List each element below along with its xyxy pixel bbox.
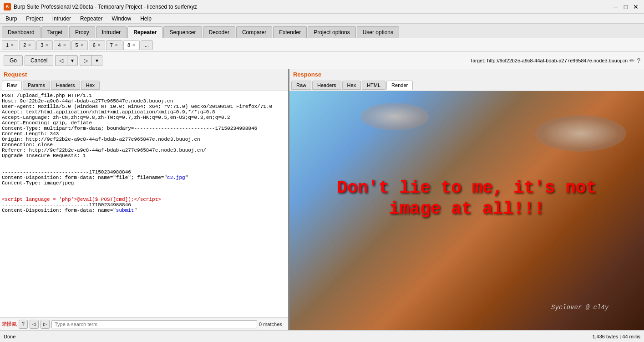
tab-dashboard[interactable]: Dashboard xyxy=(2,26,41,38)
help-button[interactable]: ? xyxy=(637,57,640,64)
window-title: Burp Suite Professional v2.0beta - Tempo… xyxy=(14,4,197,10)
tab-decoder[interactable]: Decoder xyxy=(203,26,235,38)
repeater-tab-4[interactable]: 4 ✕ xyxy=(54,40,70,50)
nav-back-group: ◁ ▾ xyxy=(55,55,78,66)
target-prefix: Target: xyxy=(470,58,486,63)
back-dropdown-button[interactable]: ▾ xyxy=(67,55,78,66)
close-tab-2-icon[interactable]: ✕ xyxy=(28,43,31,47)
close-tab-5-icon[interactable]: ✕ xyxy=(80,43,84,47)
response-tab-render[interactable]: Render xyxy=(386,81,413,90)
edit-target-button[interactable]: ✏ xyxy=(629,57,635,64)
status-size-info: 1,436 bytes | 44 millis xyxy=(592,334,640,339)
request-tab-hex[interactable]: Hex xyxy=(81,81,100,90)
tab-intruder[interactable]: Intruder xyxy=(96,26,127,38)
search-prev-arrow[interactable]: ◁ xyxy=(30,320,39,329)
target-info: Target: http://9cf22b2e-a9c8-44af-bdab-a… xyxy=(470,57,640,64)
search-matches: 0 matches xyxy=(259,322,286,327)
tab-user-options[interactable]: User options xyxy=(357,26,399,38)
tab-comparer[interactable]: Comparer xyxy=(236,26,272,38)
repeater-tab-8[interactable]: 8 ✕ xyxy=(123,40,140,50)
search-bar: 錯慢氣 ? ◁ ▷ 0 matches xyxy=(0,317,288,330)
request-tab-raw[interactable]: Raw xyxy=(2,81,22,90)
target-url: http://9cf22b2e-a9c8-44af-bdab-a277e9658… xyxy=(487,58,628,63)
titlebar-left: B Burp Suite Professional v2.0beta - Tem… xyxy=(4,3,197,10)
minimize-button[interactable]: ─ xyxy=(611,2,620,11)
repeater-tab-6[interactable]: 6 ✕ xyxy=(89,40,105,50)
tab-project-options[interactable]: Project options xyxy=(308,26,355,38)
statusbar: Done 1,436 bytes | 44 millis xyxy=(0,330,644,342)
titlebar: B Burp Suite Professional v2.0beta - Tem… xyxy=(0,0,644,14)
request-panel-header: Request xyxy=(0,69,288,80)
more-tabs-button[interactable]: ... xyxy=(141,40,153,50)
response-panel-header: Response xyxy=(289,69,644,80)
repeater-tab-3[interactable]: 3 ✕ xyxy=(36,40,53,50)
nav-forward-group: ▷ ▾ xyxy=(80,55,102,66)
back-button[interactable]: ◁ xyxy=(55,55,67,66)
request-content[interactable]: POST /upload_file.php HTTP/1.1 Host: 9cf… xyxy=(0,91,288,317)
tab-sequencer[interactable]: Sequencer xyxy=(163,26,202,38)
response-tab-hex[interactable]: Hex xyxy=(342,81,361,90)
app-logo: B xyxy=(4,3,11,10)
main-content: Request Raw Params Headers Hex POST /upl… xyxy=(0,69,644,330)
overlay-signature: Syclover @ cl4y xyxy=(551,304,609,311)
menu-help[interactable]: Help xyxy=(137,15,155,23)
close-tab-1-icon[interactable]: ✕ xyxy=(10,43,14,47)
tab-repeater[interactable]: Repeater xyxy=(127,26,162,38)
close-tab-7-icon[interactable]: ✕ xyxy=(115,43,118,47)
response-subtabs: Raw Headers Hex HTML Render xyxy=(289,80,644,91)
menu-project[interactable]: Project xyxy=(22,15,46,23)
menu-burp[interactable]: Burp xyxy=(2,15,20,23)
toolbar: Go Cancel ◁ ▾ ▷ ▾ Target: http://9cf22b2… xyxy=(0,52,644,69)
tab-proxy[interactable]: Proxy xyxy=(69,26,95,38)
request-content-container: POST /upload_file.php HTTP/1.1 Host: 9cf… xyxy=(0,91,288,317)
response-tab-html[interactable]: HTML xyxy=(362,81,385,90)
response-tab-raw[interactable]: Raw xyxy=(291,81,311,90)
forward-button[interactable]: ▷ xyxy=(80,55,91,66)
tab-extender[interactable]: Extender xyxy=(273,26,307,38)
repeater-tab-1[interactable]: 1 ✕ xyxy=(2,40,18,50)
overlay-main-text: Don't lie to me, it's not image at all!!… xyxy=(307,178,626,219)
repeater-tabbar: 1 ✕ 2 ✕ 3 ✕ 4 ✕ 5 ✕ 6 ✕ 7 ✕ 8 ✕ ... xyxy=(0,38,644,52)
response-panel: Response Raw Headers Hex HTML Render Don… xyxy=(289,69,644,330)
cancel-button[interactable]: Cancel xyxy=(25,55,53,66)
repeater-tab-2[interactable]: 2 ✕ xyxy=(19,40,35,50)
cloud-decoration-2 xyxy=(360,103,429,130)
tab-target[interactable]: Target xyxy=(41,26,68,38)
close-button[interactable]: ✕ xyxy=(631,2,640,11)
menu-intruder[interactable]: Intruder xyxy=(49,15,75,23)
status-text: Done xyxy=(4,334,15,339)
main-tabbar: Dashboard Target Proxy Intruder Repeater… xyxy=(0,24,644,38)
menu-window[interactable]: Window xyxy=(108,15,135,23)
search-input[interactable] xyxy=(51,320,257,328)
go-button[interactable]: Go xyxy=(4,55,23,66)
search-next-arrow[interactable]: ▷ xyxy=(41,320,50,329)
cloud-decoration-1 xyxy=(535,115,626,152)
response-tab-headers[interactable]: Headers xyxy=(312,81,341,90)
maximize-button[interactable]: □ xyxy=(621,2,630,11)
menu-repeater[interactable]: Repeater xyxy=(76,15,106,23)
chinese-label: 錯慢氣 xyxy=(2,321,17,327)
window-controls[interactable]: ─ □ ✕ xyxy=(611,2,640,11)
request-tab-headers[interactable]: Headers xyxy=(51,81,80,90)
forward-dropdown-button[interactable]: ▾ xyxy=(91,55,102,66)
close-tab-4-icon[interactable]: ✕ xyxy=(63,43,66,47)
repeater-tab-7[interactable]: 7 ✕ xyxy=(106,40,122,50)
close-tab-8-icon[interactable]: ✕ xyxy=(132,43,136,47)
response-render-area: Don't lie to me, it's not image at all!!… xyxy=(289,91,644,330)
close-tab-3-icon[interactable]: ✕ xyxy=(45,43,49,47)
repeater-tab-5[interactable]: 5 ✕ xyxy=(71,40,88,50)
search-prev-button[interactable]: ? xyxy=(19,320,28,329)
request-panel: Request Raw Params Headers Hex POST /upl… xyxy=(0,69,289,330)
request-tab-params[interactable]: Params xyxy=(23,81,50,90)
menubar: Burp Project Intruder Repeater Window He… xyxy=(0,14,644,24)
request-subtabs: Raw Params Headers Hex xyxy=(0,80,288,91)
close-tab-6-icon[interactable]: ✕ xyxy=(97,43,101,47)
